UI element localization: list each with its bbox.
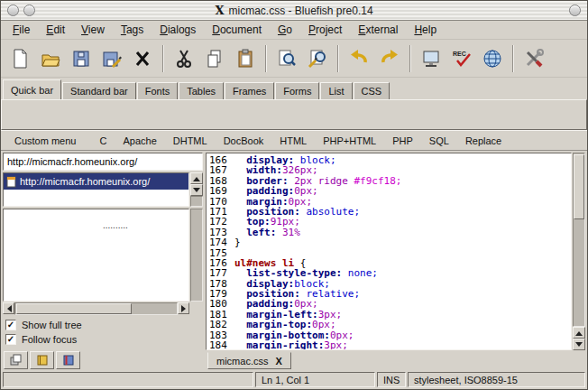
copy-button[interactable] bbox=[199, 43, 230, 74]
save-icon bbox=[70, 48, 92, 70]
tree-view[interactable]: .......... bbox=[3, 209, 189, 302]
menu-external[interactable]: External bbox=[350, 22, 406, 38]
save-button[interactable] bbox=[66, 43, 96, 74]
spellcheck-icon: REC bbox=[451, 48, 473, 70]
find-icon bbox=[276, 48, 298, 70]
replace-icon bbox=[307, 48, 328, 70]
tab-frames[interactable]: Frames bbox=[225, 82, 274, 99]
replace-button[interactable] bbox=[302, 43, 333, 74]
file-list: http://micmacfr.homeunix.org/ bbox=[3, 172, 203, 207]
scroll-thumb[interactable] bbox=[574, 154, 584, 219]
yellow-book-icon bbox=[36, 354, 49, 367]
save-as-button[interactable] bbox=[96, 43, 127, 74]
status-insert-mode: INS bbox=[377, 372, 406, 387]
scroll-up-button[interactable] bbox=[190, 172, 203, 184]
scroll-right-button[interactable] bbox=[178, 302, 189, 314]
arrow-down-icon bbox=[193, 188, 200, 196]
menu-document[interactable]: Document bbox=[204, 22, 270, 38]
filebrowser-tab[interactable] bbox=[4, 351, 28, 369]
titlebar[interactable]: X micmac.css - Bluefish pre0.14 bbox=[1, 1, 587, 21]
tree-vertical-scrollbar[interactable] bbox=[190, 209, 203, 302]
tab-standard-bar[interactable]: Standard bar bbox=[62, 82, 136, 99]
menu-go[interactable]: Go bbox=[270, 22, 300, 38]
open-button[interactable] bbox=[35, 43, 66, 74]
svg-text:REC: REC bbox=[453, 51, 466, 57]
menu-file[interactable]: File bbox=[5, 22, 38, 38]
checkbox-row-1[interactable]: ✓Follow focus bbox=[5, 332, 203, 347]
maximize-button[interactable] bbox=[569, 5, 581, 16]
preview-button[interactable] bbox=[416, 43, 446, 74]
list-item-selected[interactable]: http://micmacfr.homeunix.org/ bbox=[4, 173, 188, 190]
status-cursor-position: Ln 1, Col 1 bbox=[255, 372, 375, 387]
custom-menu-replace[interactable]: Replace bbox=[457, 134, 510, 148]
scroll-up-button[interactable] bbox=[573, 327, 585, 339]
tree-horizontal-scrollbar[interactable] bbox=[3, 302, 189, 315]
doc-tab-micmac-css[interactable]: micmac.css X bbox=[207, 352, 291, 369]
editor[interactable]: 166 display: block;167 width:326px;168 b… bbox=[206, 153, 572, 350]
custom-menu-dhtml[interactable]: DHTML bbox=[165, 134, 216, 148]
list-scrollbar[interactable] bbox=[190, 172, 203, 207]
tab-quick-bar[interactable]: Quick bar bbox=[3, 79, 61, 99]
file-tree: .......... bbox=[3, 209, 203, 315]
document-tabs: micmac.css X bbox=[206, 350, 585, 369]
custom-menu-php[interactable]: PHP bbox=[384, 134, 421, 148]
custom-menu-item[interactable]: Custom menu bbox=[6, 134, 84, 148]
scroll-trough[interactable] bbox=[14, 302, 178, 315]
tab-forms[interactable]: Forms bbox=[275, 82, 319, 99]
url-entry[interactable] bbox=[3, 153, 203, 171]
custom-menu-apache[interactable]: Apache bbox=[115, 134, 164, 148]
doc-close-icon[interactable]: X bbox=[275, 356, 281, 367]
tools-icon bbox=[523, 48, 545, 70]
close-icon bbox=[132, 48, 153, 70]
redo-button[interactable] bbox=[374, 43, 405, 74]
tab-list[interactable]: List bbox=[320, 82, 352, 99]
checkbox-icon[interactable]: ✓ bbox=[5, 320, 16, 330]
undo-icon bbox=[348, 48, 370, 70]
html-reference-tab[interactable] bbox=[30, 351, 54, 369]
doc-tab-label: micmac.css bbox=[216, 356, 268, 367]
spellcheck-button[interactable]: REC bbox=[446, 43, 477, 74]
menu-dialogs[interactable]: Dialogs bbox=[152, 22, 204, 38]
custom-menu-php-html[interactable]: PHP+HTML bbox=[315, 134, 384, 148]
css-reference-tab[interactable] bbox=[56, 351, 80, 369]
preferences-button[interactable] bbox=[519, 43, 549, 74]
close-doc-button[interactable] bbox=[127, 43, 158, 74]
menu-view[interactable]: View bbox=[73, 22, 113, 38]
find-button[interactable] bbox=[271, 43, 302, 74]
menu-project[interactable]: Project bbox=[300, 22, 350, 38]
scroll-thumb[interactable] bbox=[16, 303, 132, 314]
scroll-left-button[interactable] bbox=[3, 302, 14, 314]
new-button[interactable] bbox=[5, 43, 35, 74]
checkbox-icon[interactable]: ✓ bbox=[5, 334, 16, 345]
tab-tables[interactable]: Tables bbox=[179, 82, 224, 99]
view-in-browser-button[interactable] bbox=[477, 43, 508, 74]
undo-button[interactable] bbox=[344, 43, 374, 74]
menu-tags[interactable]: Tags bbox=[113, 22, 152, 38]
scroll-trough[interactable] bbox=[573, 153, 585, 327]
custom-menu-docbook[interactable]: DocBook bbox=[216, 134, 272, 148]
tree-placeholder: .......... bbox=[103, 220, 128, 230]
redo-icon bbox=[379, 48, 400, 70]
menu-edit[interactable]: Edit bbox=[38, 22, 73, 38]
custom-menu-sql[interactable]: SQL bbox=[421, 134, 457, 148]
toolbar-separator bbox=[337, 45, 339, 72]
x11-app-icon: X bbox=[215, 5, 224, 16]
cut-button[interactable] bbox=[169, 43, 199, 74]
editor-column: 166 display: block;167 width:326px;168 b… bbox=[206, 153, 585, 369]
menu-help[interactable]: Help bbox=[406, 22, 445, 38]
tab-css[interactable]: CSS bbox=[354, 82, 390, 99]
main-area: http://micmacfr.homeunix.org/ .......... bbox=[1, 151, 587, 371]
checkbox-row-0[interactable]: ✓Show full tree bbox=[5, 318, 203, 332]
custom-menu-html[interactable]: HTML bbox=[271, 134, 315, 148]
document-icon bbox=[6, 176, 16, 188]
scroll-down-button[interactable] bbox=[573, 339, 585, 350]
scroll-down-button[interactable] bbox=[190, 184, 203, 196]
tab-fonts[interactable]: Fonts bbox=[137, 82, 179, 99]
paste-button[interactable] bbox=[230, 43, 261, 74]
toolbar-separator bbox=[409, 45, 411, 72]
editor-scrollbar[interactable] bbox=[573, 153, 585, 350]
file-list-view[interactable]: http://micmacfr.homeunix.org/ bbox=[3, 172, 189, 207]
custom-menu-c[interactable]: C bbox=[91, 134, 115, 148]
scroll-trough[interactable] bbox=[190, 196, 203, 207]
code-line: 184 margin-right:3px; bbox=[209, 340, 571, 350]
